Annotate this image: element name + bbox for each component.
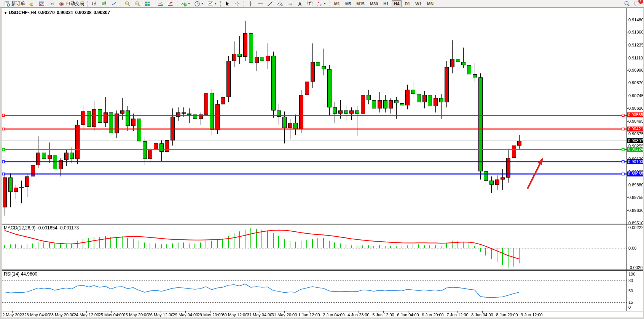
fibonacci-button[interactable]: F (285, 0, 295, 8)
price-axis-tick: 0.89880 (628, 183, 644, 187)
trend-line-button[interactable] (266, 0, 275, 8)
autotrade-label: 自动交易 (66, 0, 84, 7)
search-button[interactable] (622, 0, 631, 8)
text-label-icon: T (307, 1, 313, 7)
chart-canvas[interactable] (0, 0, 644, 319)
time-axis-label: 29 May 04:00 (173, 313, 198, 317)
market-watch-icon (39, 1, 45, 7)
vertical-line-button[interactable] (246, 0, 255, 8)
tile-windows-button[interactable] (143, 0, 152, 8)
dropdown-caret-icon[interactable]: ▼ (214, 2, 217, 5)
mt4-window: 新订单自动交易▼▼▼EFAT▼M1M5M15M30H1H4D1W1MN1 ▼US… (0, 0, 644, 319)
toolbar-separator (177, 1, 177, 6)
new-order-button[interactable]: 新订单 (3, 0, 27, 8)
time-axis-label: 26 May 12:00 (148, 313, 174, 317)
rsi-axis-tick: 100 (628, 272, 635, 276)
zoom-in-button[interactable] (123, 0, 132, 8)
equidistant-channel-icon: E (277, 1, 283, 7)
ohlc-high: 0.90321 (57, 10, 73, 15)
bars-chart-button[interactable] (90, 0, 99, 8)
price-axis-tick: 0.89630 (628, 208, 644, 213)
timeframe-w1-button[interactable]: W1 (413, 0, 424, 7)
toolbar-separator (244, 1, 244, 6)
toolbar: 新订单自动交易▼▼▼EFAT▼M1M5M15M30H1H4D1W1MN1 (0, 0, 644, 8)
time-axis-label: 8 Jun 04:00 (471, 313, 493, 317)
text-label-button[interactable]: T (305, 0, 314, 8)
templates-button[interactable]: ▼ (206, 0, 218, 8)
dropdown-caret-icon[interactable]: ▼ (188, 2, 190, 5)
time-axis-label: 5 Jun 12:00 (372, 313, 394, 317)
price-line-label: 0.90224 (627, 147, 644, 152)
periods-clock-button[interactable]: ▼ (193, 0, 205, 8)
vertical-line-icon (247, 1, 253, 7)
horizontal-line-button[interactable] (256, 0, 265, 8)
toolbar-separator (121, 1, 121, 6)
time-axis-label: 25 May 20:00 (123, 313, 149, 317)
fibonacci-icon: F (287, 1, 293, 7)
signal-button[interactable] (47, 0, 56, 8)
market-watch-button[interactable] (37, 0, 46, 8)
price-axis-tick: 0.91235 (628, 43, 644, 47)
price-axis-tick: 0.90990 (628, 68, 644, 72)
timeframe-d1-button[interactable]: D1 (402, 0, 412, 7)
trend-line-icon (267, 1, 273, 7)
shapes-button[interactable]: ▼ (315, 0, 328, 8)
candles-chart-button[interactable] (100, 0, 109, 8)
price-axis-tick: 0.90870 (628, 80, 644, 85)
window-border-left (0, 8, 2, 319)
autotrade-button[interactable]: 自动交易 (57, 0, 86, 8)
chat-button[interactable]: 1 (632, 0, 641, 8)
time-axis-label: 31 May 04:00 (247, 313, 273, 317)
horn-button[interactable] (27, 0, 37, 8)
time-axis-label: 30 May 12:00 (222, 313, 248, 317)
notification-badge: 1 (638, 0, 643, 4)
dropdown-caret-icon[interactable]: ▼ (324, 2, 326, 5)
timeframe-h1-button[interactable]: H1 (381, 0, 391, 7)
price-axis-tick: 0.89755 (628, 195, 644, 200)
timeframe-m30-button[interactable]: M30 (368, 0, 380, 7)
signal-icon (49, 1, 55, 7)
svg-text:E: E (281, 4, 283, 6)
macd-axis-tick: 0.00 (628, 246, 636, 250)
time-axis-label: 1 Jun 12:00 (298, 313, 320, 317)
add-indicator-button[interactable]: ▼ (179, 0, 192, 8)
bars-chart-icon (91, 1, 97, 7)
timeframe-m15-button[interactable]: M15 (354, 0, 367, 7)
auto-scroll-button[interactable] (156, 0, 165, 8)
cursor-button[interactable] (223, 0, 232, 8)
price-axis-tick: 0.90495 (628, 119, 644, 123)
text-button[interactable]: A (295, 0, 304, 8)
svg-text:T: T (308, 2, 311, 6)
timeframe-m1-button[interactable]: M1 (332, 0, 342, 7)
timeframe-h4-button[interactable]: H4 (392, 0, 402, 7)
timeframe-mn-button[interactable]: MN (425, 0, 436, 7)
crosshair-button[interactable] (233, 0, 242, 8)
line-chart-button[interactable] (110, 0, 119, 8)
equidistant-channel-button[interactable]: E (276, 0, 285, 8)
time-axis-label: 6 Jun 04:00 (397, 313, 419, 317)
time-axis-label: 2 Jun 04:00 (323, 313, 345, 317)
toolbar-separator (88, 1, 88, 6)
new-order-icon (4, 1, 10, 7)
svg-text:A: A (298, 1, 301, 6)
price-axis-tick: 0.90745 (628, 93, 644, 98)
dropdown-caret-icon[interactable]: ▼ (201, 2, 204, 5)
window-border-bottom (0, 317, 644, 319)
templates-icon (207, 1, 214, 7)
text-icon: A (297, 1, 303, 7)
time-axis-label: 23 May 20:00 (49, 313, 75, 317)
time-axis-label: 6 Jun 20:00 (422, 313, 444, 317)
price-line-label: 0.90103 (627, 159, 644, 164)
zoom-out-button[interactable] (133, 0, 142, 8)
timeframe-m5-button[interactable]: M5 (343, 0, 353, 7)
cursor-icon (224, 1, 230, 7)
new-order-label: 新订单 (11, 0, 25, 7)
collapse-triangle-icon[interactable]: ▼ (4, 11, 7, 15)
ohlc-low: 0.90238 (75, 10, 91, 15)
chart-shift-button[interactable] (166, 0, 175, 8)
toolbar-separator (154, 1, 154, 6)
svg-text:F: F (291, 4, 292, 6)
time-axis-label: 25 May 04:00 (99, 313, 124, 317)
toolbar-separator (220, 1, 221, 6)
price-line-label: 0.89985 (627, 172, 644, 176)
